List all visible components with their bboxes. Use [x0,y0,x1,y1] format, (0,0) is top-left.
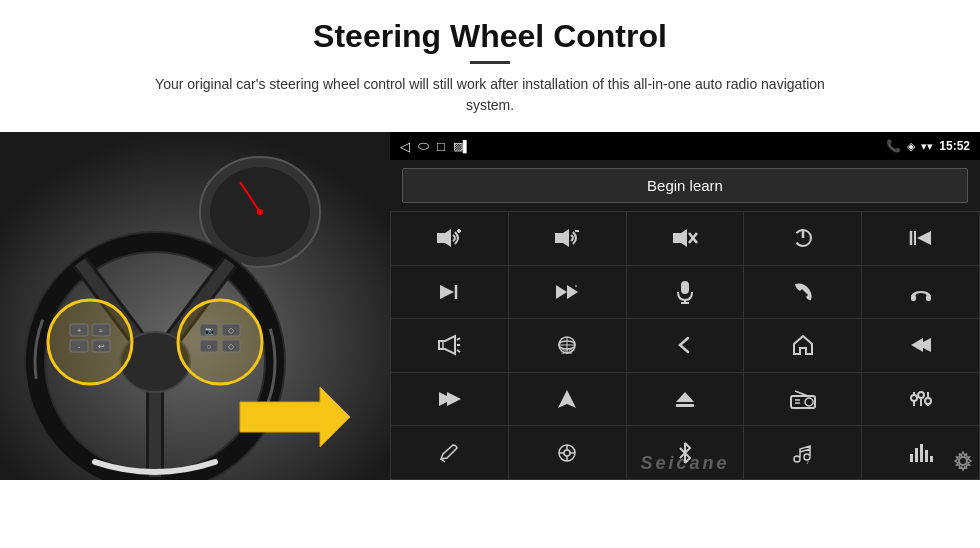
svg-point-75 [805,398,813,406]
svg-marker-34 [437,229,451,247]
recents-nav-icon[interactable]: □ [437,139,445,154]
begin-learn-button[interactable]: Begin learn [402,168,968,203]
svg-rect-56 [926,295,931,301]
back-nav-button[interactable] [627,319,744,372]
skip-fwd-button[interactable] [391,373,508,426]
svg-text:≈: ≈ [99,327,103,334]
status-nav-icons: ◁ ⬭ □ ▨▌ [400,138,471,154]
home-nav-icon[interactable]: ⬭ [418,138,429,154]
cam-360-button[interactable]: 360° [509,319,626,372]
mute-button[interactable] [627,212,744,265]
svg-point-84 [925,398,931,404]
phone-call-button[interactable] [744,266,861,319]
power-button[interactable] [744,212,861,265]
svg-point-24 [178,300,262,384]
svg-rect-96 [920,444,923,462]
svg-marker-45 [917,231,931,245]
svg-marker-66 [794,336,812,354]
navigation-button[interactable] [509,373,626,426]
svg-point-99 [959,457,967,465]
status-indicators: 📞 ◈ ▾▾ 15:52 [886,139,970,153]
location-icon: ◈ [907,140,915,153]
svg-text:360°: 360° [561,348,576,355]
page-title: Steering Wheel Control [40,18,940,55]
svg-marker-71 [558,390,576,408]
svg-line-60 [457,350,460,352]
vol-up-button[interactable] [391,212,508,265]
back-nav-icon[interactable]: ◁ [400,139,410,154]
equalizer-button[interactable] [862,373,979,426]
vol-down-button[interactable] [509,212,626,265]
svg-text:+: + [77,326,82,335]
svg-rect-95 [915,448,918,462]
music-button[interactable]: ♪ [744,426,861,479]
content-row: + ≈ - ↩ 📷 ◇ ○ ◇ [0,132,980,480]
svg-point-83 [918,392,924,398]
horn-button[interactable] [391,319,508,372]
svg-marker-70 [447,392,461,406]
svg-marker-50 [567,285,578,299]
svg-rect-97 [925,450,928,462]
svg-text:◇: ◇ [228,342,235,351]
svg-point-15 [48,300,132,384]
steering-wheel-photo: + ≈ - ↩ 📷 ◇ ○ ◇ [0,132,390,480]
bluetooth-button[interactable] [627,426,744,479]
title-divider [470,61,510,64]
svg-rect-74 [791,396,815,408]
mic-button[interactable] [627,266,744,319]
svg-marker-68 [911,338,923,352]
page: Steering Wheel Control Your original car… [0,0,980,548]
svg-rect-98 [930,456,933,462]
svg-rect-94 [910,454,913,462]
svg-text:○: ○ [207,342,212,351]
menu-button[interactable] [509,426,626,479]
svg-line-85 [441,459,445,462]
eject-button[interactable] [627,373,744,426]
svg-rect-55 [911,295,916,301]
svg-text:↩: ↩ [98,342,105,351]
svg-point-87 [564,450,570,456]
svg-rect-52 [681,281,689,294]
subtitle-text: Your original car's steering wheel contr… [150,74,830,116]
settings-gear-icon[interactable] [952,450,974,476]
svg-marker-72 [676,392,694,402]
skip-back-button[interactable] [862,319,979,372]
signal-icon: ▨▌ [453,140,471,153]
radio-button[interactable] [744,373,861,426]
svg-point-82 [911,395,917,401]
svg-marker-57 [439,336,455,354]
clock: 15:52 [939,139,970,153]
wifi-icon: ▾▾ [921,140,933,153]
svg-marker-39 [673,229,687,247]
svg-marker-37 [555,229,569,247]
svg-marker-49 [556,285,567,299]
status-bar: ◁ ⬭ □ ▨▌ 📞 ◈ ▾▾ 15:52 [390,132,980,160]
icon-grid: 360° [390,211,980,480]
svg-text:◇: ◇ [228,326,235,335]
svg-marker-47 [440,285,454,299]
svg-text:📷: 📷 [205,326,214,335]
ff-button[interactable] [509,266,626,319]
radio-ui: ◁ ⬭ □ ▨▌ 📞 ◈ ▾▾ 15:52 Begin learn [390,132,980,480]
hang-up-button[interactable] [862,266,979,319]
svg-text:-: - [78,342,81,351]
begin-learn-row: Begin learn [390,160,980,211]
next-track-button[interactable] [391,266,508,319]
phone-status-icon: 📞 [886,139,901,153]
svg-line-58 [457,338,460,340]
svg-text:♪: ♪ [806,458,810,464]
prev-media-button[interactable] [862,212,979,265]
header-section: Steering Wheel Control Your original car… [0,0,980,124]
svg-rect-73 [676,404,694,407]
pen-button[interactable] [391,426,508,479]
home-nav-button[interactable] [744,319,861,372]
